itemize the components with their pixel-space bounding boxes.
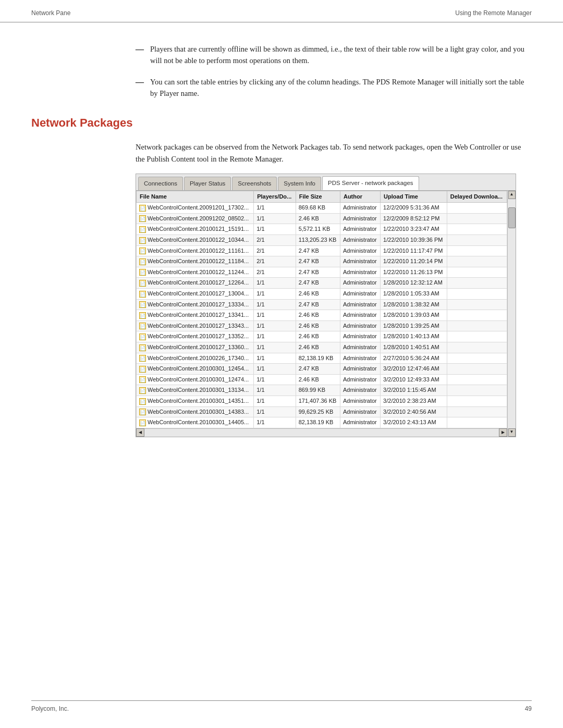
cell-players: 1/1 [254, 417, 296, 428]
cell-filesize: 869.68 KB [296, 203, 340, 214]
col-author[interactable]: Author [340, 191, 380, 203]
cell-filesize: 113,205.23 KB [296, 235, 340, 246]
tab-network-packages[interactable]: PDS Server - network packages [322, 176, 419, 190]
cell-players: 1/1 [254, 385, 296, 396]
cell-filesize: 171,407.36 KB [296, 396, 340, 406]
col-filesize[interactable]: File Size [296, 191, 340, 203]
table-row: 📄WebControlContent.20100122_11161...2/12… [137, 245, 507, 256]
cell-upload: 1/22/2010 11:26:13 PM [381, 267, 447, 278]
cell-author: Administrator [340, 278, 380, 289]
cell-delayed [447, 203, 507, 214]
cell-players: 1/1 [254, 299, 296, 310]
scroll-right-arrow[interactable]: ▶ [499, 428, 507, 437]
cell-upload: 12/2/2009 5:31:36 AM [381, 203, 447, 214]
cell-filesize: 2.46 KB [296, 310, 340, 321]
scroll-down-arrow[interactable]: ▼ [508, 428, 516, 437]
scroll-up-arrow[interactable]: ▲ [508, 191, 516, 199]
table-row: 📄WebControlContent.20100127_13004...1/12… [137, 288, 507, 299]
cell-filename: 📄WebControlContent.20100301_13134... [137, 385, 254, 396]
cell-filename: 📄WebControlContent.20100127_13352... [137, 331, 254, 342]
table-row: 📄WebControlContent.20100122_11184...2/12… [137, 256, 507, 267]
table-row: 📄WebControlContent.20091201_17302...1/18… [137, 203, 507, 214]
cell-delayed [447, 364, 507, 375]
cell-filename: 📄WebControlContent.20100226_17340... [137, 353, 254, 364]
cell-upload: 1/28/2010 1:38:32 AM [381, 299, 447, 310]
table-row: 📄WebControlContent.20100301_13134...1/18… [137, 385, 507, 396]
scroll-left-arrow[interactable]: ◀ [136, 428, 144, 437]
cell-delayed [447, 267, 507, 278]
cell-author: Administrator [340, 235, 380, 246]
col-players[interactable]: Players/Do... [254, 191, 296, 203]
table-row: 📄WebControlContent.20100127_13343...1/12… [137, 320, 507, 331]
tab-system-info[interactable]: System Info [278, 177, 321, 190]
table-row: 📄WebControlContent.20100301_12454...1/12… [137, 364, 507, 375]
tab-connections[interactable]: Connections [138, 177, 183, 190]
scroll-thumb[interactable] [508, 207, 516, 228]
cell-players: 1/1 [254, 342, 296, 353]
tab-bar: Connections Player Status Screenshots Sy… [136, 174, 516, 190]
bullet-dash-1: — [136, 43, 147, 56]
cell-author: Administrator [340, 310, 380, 321]
cell-delayed [447, 417, 507, 428]
cell-filesize: 5,572.11 KB [296, 224, 340, 235]
bullet-dash-2: — [136, 76, 147, 89]
table-scroll-area: File Name Players/Do... File Size Author… [136, 191, 507, 437]
cell-players: 2/1 [254, 245, 296, 256]
cell-delayed [447, 288, 507, 299]
table-row: 📄WebControlContent.20100127_12264...1/12… [137, 278, 507, 289]
cell-author: Administrator [340, 331, 380, 342]
cell-delayed [447, 213, 507, 224]
cell-players: 1/1 [254, 288, 296, 299]
window-container: Connections Player Status Screenshots Sy… [136, 174, 516, 437]
cell-upload: 1/28/2010 1:40:51 AM [381, 342, 447, 353]
cell-filename: 📄WebControlContent.20100301_14351... [137, 396, 254, 406]
table-row: 📄WebControlContent.20100122_10344...2/11… [137, 235, 507, 246]
cell-upload: 3/2/2010 2:38:23 AM [381, 396, 447, 406]
cell-players: 2/1 [254, 267, 296, 278]
cell-players: 1/1 [254, 213, 296, 224]
cell-filesize: 2.47 KB [296, 278, 340, 289]
horizontal-scrollbar[interactable]: ◀ ▶ [136, 428, 507, 437]
cell-filename: 📄WebControlContent.20100301_12454... [137, 364, 254, 375]
cell-filename: 📄WebControlContent.20100127_13341... [137, 310, 254, 321]
tab-screenshots[interactable]: Screenshots [232, 177, 277, 190]
cell-filename: 📄WebControlContent.20100127_13334... [137, 299, 254, 310]
cell-delayed [447, 224, 507, 235]
cell-players: 2/1 [254, 256, 296, 267]
cell-delayed [447, 353, 507, 364]
cell-upload: 3/2/2010 2:40:56 AM [381, 406, 447, 417]
cell-filesize: 99,629.25 KB [296, 406, 340, 417]
cell-filesize: 2.46 KB [296, 342, 340, 353]
col-upload[interactable]: Upload Time [381, 191, 447, 203]
cell-delayed [447, 331, 507, 342]
cell-delayed [447, 310, 507, 321]
bullet-text-2: You can sort the table entries by clicki… [150, 76, 532, 100]
cell-upload: 1/28/2010 1:39:25 AM [381, 320, 447, 331]
table-header-row: File Name Players/Do... File Size Author… [137, 191, 507, 203]
cell-author: Administrator [340, 224, 380, 235]
cell-delayed [447, 256, 507, 267]
cell-upload: 1/28/2010 12:32:12 AM [381, 278, 447, 289]
cell-filename: 📄WebControlContent.20100127_12264... [137, 278, 254, 289]
col-filename[interactable]: File Name [137, 191, 254, 203]
cell-upload: 3/2/2010 12:47:46 AM [381, 364, 447, 375]
table-row: 📄WebControlContent.20100127_13352...1/12… [137, 331, 507, 342]
cell-upload: 1/28/2010 1:39:03 AM [381, 310, 447, 321]
cell-players: 1/1 [254, 364, 296, 375]
cell-players: 1/1 [254, 310, 296, 321]
table-row: 📄WebControlContent.20091202_08502...1/12… [137, 213, 507, 224]
cell-players: 1/1 [254, 406, 296, 417]
cell-upload: 1/28/2010 1:05:33 AM [381, 288, 447, 299]
bullet-item-2: — You can sort the table entries by clic… [136, 76, 532, 100]
vertical-scrollbar[interactable]: ▲ ▼ [507, 191, 516, 437]
cell-players: 1/1 [254, 203, 296, 214]
cell-players: 1/1 [254, 374, 296, 385]
tab-player-status[interactable]: Player Status [184, 177, 231, 190]
col-delayed[interactable]: Delayed Downloa... [447, 191, 507, 203]
cell-delayed [447, 235, 507, 246]
table-row: 📄WebControlContent.20100301_12474...1/12… [137, 374, 507, 385]
cell-upload: 1/22/2010 11:17:47 PM [381, 245, 447, 256]
cell-filesize: 2.46 KB [296, 288, 340, 299]
cell-filesize: 2.47 KB [296, 267, 340, 278]
cell-author: Administrator [340, 256, 380, 267]
